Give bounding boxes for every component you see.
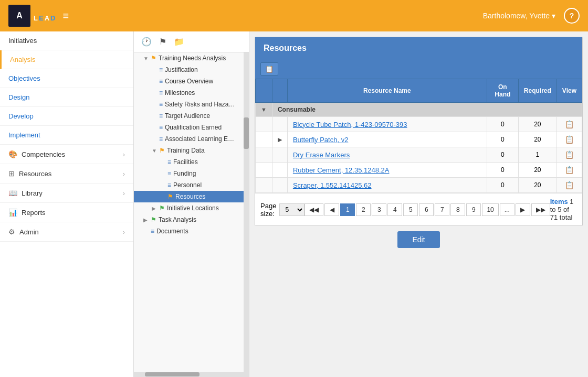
page-size-selector: Page size: 5 10 25 50 xyxy=(260,202,304,218)
tree-horizontal-scrollbar[interactable] xyxy=(134,372,244,377)
page-7-button[interactable]: 7 xyxy=(435,203,449,216)
resource-name-link[interactable]: Scraper, 1.552.141425.62 xyxy=(293,181,372,189)
tree-node-course-overview[interactable]: ≡ Course Overview xyxy=(134,76,249,87)
sidebar-item-develop[interactable]: Develop xyxy=(0,107,133,126)
tree-horizontal-thumb xyxy=(145,372,200,376)
view-doc-icon[interactable]: 📋 xyxy=(565,166,574,174)
group-expand-cell[interactable]: ▼ xyxy=(256,103,272,117)
page-3-button[interactable]: 3 xyxy=(372,203,386,216)
resource-name-link[interactable]: Rubber Cement, 12.35.1248.2A xyxy=(293,166,390,174)
row-check-cell xyxy=(256,132,272,147)
tree-scrollbar[interactable] xyxy=(244,52,249,377)
sidebar-item-design[interactable]: Design xyxy=(0,88,133,107)
page-9-button[interactable]: 9 xyxy=(466,203,481,216)
view-doc-icon[interactable]: 📋 xyxy=(565,120,574,128)
sidebar-item-initiatives[interactable]: Initiatives xyxy=(0,31,133,50)
resources-table: Resource Name OnHand Required View ▼ Con… xyxy=(255,79,582,193)
page-size-label: Page size: xyxy=(260,202,276,218)
tree-node-personnel[interactable]: ≡ Personnel xyxy=(134,179,249,191)
history-icon[interactable]: 🕐 xyxy=(139,36,154,48)
col-required-header: Required xyxy=(518,79,556,103)
user-name[interactable]: Bartholomew, Yvette ▾ xyxy=(483,12,555,20)
view-cell[interactable]: 📋 xyxy=(556,132,582,147)
page-8-button[interactable]: 8 xyxy=(450,203,465,216)
view-doc-icon[interactable]: 📋 xyxy=(565,150,574,159)
sidebar-item-resources[interactable]: ⊞ Resources › xyxy=(0,164,133,184)
doc-add-icon: 📋 xyxy=(265,65,274,73)
ellipsis-button[interactable]: ... xyxy=(500,203,514,216)
tree-toolbar: 🕐 ⚑ 📁 xyxy=(134,31,249,52)
row-expand-cell[interactable]: ▶ xyxy=(272,132,287,147)
next-page-button[interactable]: ▶ xyxy=(516,203,530,216)
collapse-icon[interactable]: ▼ xyxy=(261,106,267,113)
sidebar-item-admin[interactable]: ⚙ Admin › xyxy=(0,222,133,242)
resource-name-link[interactable]: Butterfly Patch, v2 xyxy=(293,136,349,144)
resources-node-label: Resources xyxy=(175,193,205,200)
chevron-right-icon: › xyxy=(123,150,125,158)
resource-name-cell: Rubber Cement, 12.35.1248.2A xyxy=(287,163,487,178)
page-5-button[interactable]: 5 xyxy=(403,203,418,216)
view-cell[interactable]: 📋 xyxy=(556,147,582,163)
resource-name-link[interactable]: Dry Erase Markers xyxy=(293,151,350,159)
tree-node-training-data[interactable]: ▼ ⚑ Training Data xyxy=(134,145,249,156)
table-row: Rubber Cement, 12.35.1248.2A 0 20 📋 xyxy=(256,163,582,178)
page-4-button[interactable]: 4 xyxy=(387,203,402,216)
help-button[interactable]: ? xyxy=(564,8,580,24)
items-strong: Items xyxy=(550,198,568,206)
view-doc-icon[interactable]: 📋 xyxy=(565,181,574,189)
required-cell: 20 xyxy=(518,163,556,178)
tree-node-resources[interactable]: ⚑ Resources xyxy=(134,191,249,202)
sidebar-item-library[interactable]: 📖 Library › xyxy=(0,184,133,203)
page-1-button[interactable]: 1 xyxy=(340,203,355,216)
first-page-button[interactable]: ◀◀ xyxy=(304,203,323,216)
tree-node-initiative-locations[interactable]: ▶ ⚑ Initiative Locations xyxy=(134,202,249,214)
view-doc-icon[interactable]: 📋 xyxy=(565,135,574,144)
sidebar-item-implement[interactable]: Implement xyxy=(0,126,133,145)
tree-node-facilities[interactable]: ≡ Facilities xyxy=(134,156,249,168)
page-size-select[interactable]: 5 10 25 50 xyxy=(279,203,304,216)
folder-icon[interactable]: 📁 xyxy=(172,36,186,48)
tree-node-task-analysis[interactable]: ▶ ⚑ Task Analysis xyxy=(134,214,249,225)
on-hand-cell: 0 xyxy=(487,147,518,163)
sidebar-item-reports[interactable]: 📊 Reports xyxy=(0,203,133,222)
tree-node-qualification-earned[interactable]: ≡ Qualification Earned xyxy=(134,122,249,133)
last-page-button[interactable]: ▶▶ xyxy=(531,203,550,216)
resource-name-link[interactable]: Bicycle Tube Patch, 1-423-09570-393 xyxy=(293,121,407,128)
col-check-header xyxy=(256,79,272,103)
tree-node-tna[interactable]: ▼ ⚑ Training Needs Analysis xyxy=(134,52,249,64)
tree-node-documents[interactable]: ≡ Documents xyxy=(134,225,249,237)
col-name-header: Resource Name xyxy=(287,79,487,103)
flag-icon[interactable]: ⚑ xyxy=(157,36,169,48)
tree-node-safety-risks[interactable]: ≡ Safety Risks and Haza… xyxy=(134,99,249,110)
tree-node-target-audience[interactable]: ≡ Target Audience xyxy=(134,110,249,122)
view-cell[interactable]: 📋 xyxy=(556,178,582,193)
tree-node-milestones[interactable]: ≡ Milestones xyxy=(134,87,249,99)
task-analysis-label: Task Analysis xyxy=(159,216,196,223)
doc-icon: ≡ xyxy=(151,228,154,235)
page-10-button[interactable]: 10 xyxy=(482,203,498,216)
sidebar-item-analysis[interactable]: Analysis xyxy=(0,50,133,69)
doc-icon: ≡ xyxy=(159,112,163,120)
edit-button[interactable]: Edit xyxy=(397,231,439,248)
tree-node-associated-learning[interactable]: ≡ Associated Learning E… xyxy=(134,133,249,145)
tree-node-justification[interactable]: ≡ Justification xyxy=(134,64,249,76)
sidebar-item-competencies[interactable]: 🎨 Competencies › xyxy=(0,145,133,164)
required-cell: 20 xyxy=(518,117,556,132)
hamburger-menu[interactable]: ≡ xyxy=(62,10,69,22)
flag-yellow-icon: ⚑ xyxy=(151,55,156,62)
row-expand-cell xyxy=(272,117,287,132)
page-2-button[interactable]: 2 xyxy=(356,203,371,216)
required-cell: 20 xyxy=(518,132,556,147)
page-6-button[interactable]: 6 xyxy=(419,203,434,216)
tree-node-funding[interactable]: ≡ Funding xyxy=(134,168,249,179)
sidebar-item-objectives[interactable]: Objectives xyxy=(0,69,133,88)
sidebar-item-label: Competencies xyxy=(22,150,65,158)
documents-label: Documents xyxy=(156,228,188,235)
view-cell[interactable]: 📋 xyxy=(556,163,582,178)
view-cell[interactable]: 📋 xyxy=(556,117,582,132)
table-row: Dry Erase Markers 0 1 📋 xyxy=(256,147,582,163)
expand-row-icon[interactable]: ▶ xyxy=(278,136,282,143)
resources-title: Resources xyxy=(255,37,582,59)
prev-page-button[interactable]: ◀ xyxy=(324,203,339,216)
add-resource-button[interactable]: 📋 xyxy=(260,62,278,76)
